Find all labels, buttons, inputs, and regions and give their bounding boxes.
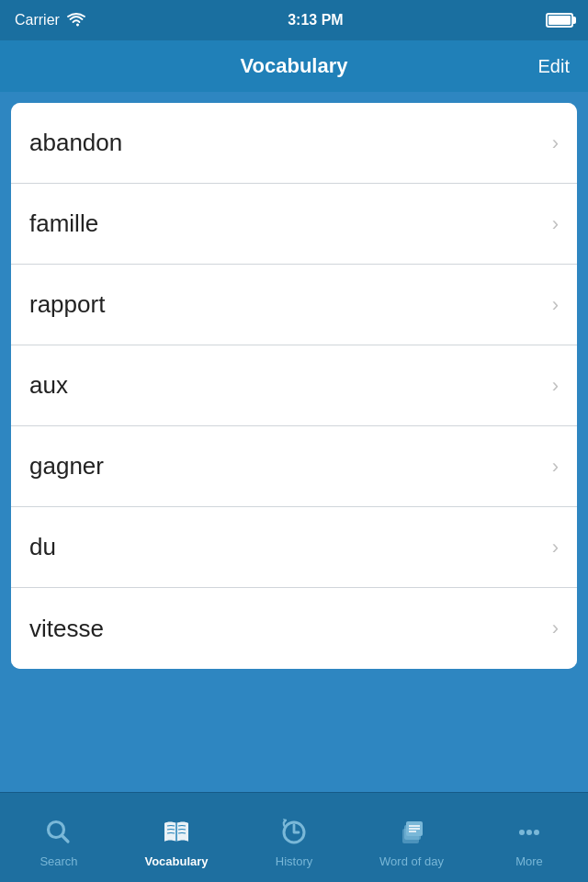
list-item[interactable]: abandon › xyxy=(11,103,577,184)
word-label: vitesse xyxy=(29,615,104,643)
vocabulary-list: abandon › famille › rapport › aux › gagn… xyxy=(11,103,577,669)
history-icon xyxy=(277,816,311,849)
tab-search[interactable]: Search xyxy=(0,807,118,868)
nav-bar: Vocabulary Edit xyxy=(0,40,588,92)
chevron-icon: › xyxy=(552,212,559,236)
chevron-icon: › xyxy=(552,616,559,640)
wifi-icon xyxy=(67,13,85,28)
chevron-icon: › xyxy=(552,131,559,155)
tab-history[interactable]: History xyxy=(235,807,353,868)
carrier-label: Carrier xyxy=(15,12,60,28)
tab-search-label: Search xyxy=(40,854,77,868)
tab-word-of-day[interactable]: Word of day xyxy=(353,807,470,868)
svg-point-11 xyxy=(519,830,525,835)
book-icon xyxy=(160,816,193,849)
more-icon xyxy=(513,816,546,849)
clock: 3:13 PM xyxy=(288,12,343,28)
tab-vocabulary-label: Vocabulary xyxy=(144,854,208,868)
page-title: Vocabulary xyxy=(74,54,514,78)
list-item[interactable]: aux › xyxy=(11,345,577,426)
word-label: famille xyxy=(29,209,98,238)
word-label: aux xyxy=(29,371,68,400)
list-item[interactable]: gagner › xyxy=(11,426,577,507)
edit-button[interactable]: Edit xyxy=(514,56,570,77)
word-of-day-icon xyxy=(395,816,428,849)
list-item[interactable]: du › xyxy=(11,507,577,588)
svg-point-13 xyxy=(534,830,539,835)
word-label: abandon xyxy=(29,129,122,157)
svg-point-12 xyxy=(526,830,532,835)
tab-word-of-day-label: Word of day xyxy=(379,854,444,868)
tab-history-label: History xyxy=(276,854,312,868)
tab-vocabulary[interactable]: Vocabulary xyxy=(118,807,235,868)
status-bar: Carrier 3:13 PM xyxy=(0,0,588,40)
battery-icon xyxy=(546,13,573,28)
tab-more[interactable]: More xyxy=(470,807,588,868)
list-item[interactable]: vitesse › xyxy=(11,588,577,669)
chevron-icon: › xyxy=(552,374,559,398)
status-left: Carrier xyxy=(15,12,85,28)
word-label: rapport xyxy=(29,290,105,319)
tab-more-label: More xyxy=(515,854,543,868)
tab-bar: Search Vocabulary History xyxy=(0,792,588,882)
chevron-icon: › xyxy=(552,293,559,317)
word-label: du xyxy=(29,533,56,561)
list-item[interactable]: rapport › xyxy=(11,265,577,345)
chevron-icon: › xyxy=(552,455,559,479)
svg-line-1 xyxy=(62,836,69,842)
chevron-icon: › xyxy=(552,536,559,560)
word-label: gagner xyxy=(29,452,104,481)
battery-fill xyxy=(548,16,571,25)
search-icon xyxy=(42,816,75,849)
list-item[interactable]: famille › xyxy=(11,184,577,265)
